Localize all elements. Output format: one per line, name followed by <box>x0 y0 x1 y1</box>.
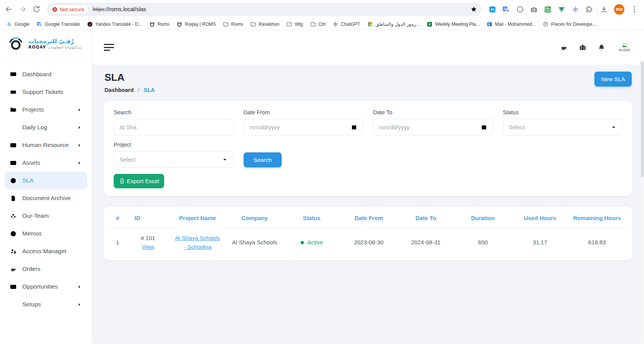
bookmark-roqay-roms[interactable]: Roqay | ROMS <box>176 21 216 27</box>
extension-purple-snowflake-icon[interactable] <box>571 5 579 13</box>
bookmark-roms[interactable]: Roms <box>149 21 169 27</box>
sidebar-item-daily-log[interactable]: Daily Log <box>5 119 87 136</box>
coffee-icon[interactable] <box>560 43 568 52</box>
chevron-right-icon[interactable] <box>76 125 82 130</box>
sidebar-item-sla[interactable]: SLA <box>5 172 87 189</box>
chevron-right-icon[interactable] <box>76 302 82 307</box>
sidebar-item-memos[interactable]: Memos <box>5 225 87 242</box>
app-logo[interactable]: رْقِـيٌ للبرمجيات ROQAY وتـكنولوجيا المع… <box>0 30 92 58</box>
back-icon[interactable] <box>5 5 13 13</box>
bookmark-label: Mail - Mohammed... <box>495 22 536 27</box>
breadcrumb-dashboard[interactable]: Dashboard <box>105 87 134 93</box>
bookmark-label: Pieces for Develope... <box>551 22 596 27</box>
extension-fi-badge-icon[interactable]: FI <box>488 5 496 13</box>
browser-profile-avatar[interactable]: mo <box>614 4 624 15</box>
date-to-input[interactable]: mm/dd/yyyy <box>373 119 493 135</box>
main-area: avatar SLA Dashboard / SLA New SLA <box>92 30 644 344</box>
notifications-bell-icon[interactable] <box>598 43 606 52</box>
logo-arabic-subtitle: وتـكنولوجيا المعلومات <box>48 45 81 50</box>
chevron-down-icon <box>222 157 228 163</box>
bookmark-roms[interactable]: Roms <box>223 21 243 27</box>
column-header-date-to: Date To <box>397 207 455 228</box>
bookmark-google[interactable]: GGoogle <box>6 21 30 27</box>
briefcase-icon[interactable] <box>579 43 587 52</box>
calendar-icon[interactable] <box>481 124 487 130</box>
column-header-company: Company <box>226 207 284 228</box>
search-input[interactable] <box>114 119 234 135</box>
reload-icon[interactable] <box>32 5 41 13</box>
page-title: SLA <box>105 72 155 83</box>
user-avatar[interactable]: avatar <box>616 39 632 55</box>
url-text[interactable]: https://roms.local/slas <box>93 6 467 12</box>
not-secure-label: Not secure <box>60 7 84 12</box>
calendar-icon[interactable] <box>351 124 357 130</box>
bookmark-star-icon[interactable] <box>470 5 478 13</box>
sidebar-item-assets[interactable]: Assets <box>5 154 87 172</box>
extensions-puzzle-icon[interactable] <box>585 5 593 13</box>
browser-window: Not secure https://roms.local/slas FIGAS… <box>0 0 644 344</box>
search-button[interactable]: Search <box>244 152 282 167</box>
sidebar-item-opportunities[interactable]: Opportunities <box>5 278 87 296</box>
page-scrollbar[interactable] <box>640 60 644 344</box>
new-sla-button[interactable]: New SLA <box>594 72 632 87</box>
project-link[interactable]: Al Shaya Schools- Schoolna <box>172 234 223 251</box>
group-icon <box>10 142 17 149</box>
export-excel-button[interactable]: Export Excel <box>114 174 164 188</box>
chevron-right-icon[interactable] <box>76 107 82 113</box>
chevron-right-icon[interactable] <box>76 284 82 290</box>
hamburger-menu-icon[interactable] <box>104 42 114 53</box>
not-secure-icon <box>52 7 58 12</box>
chevron-right-icon[interactable] <box>76 160 82 166</box>
sidebar-item-orders[interactable]: Orders <box>5 260 87 278</box>
column-header-duration: Duration <box>455 207 512 228</box>
chevron-right-icon[interactable] <box>76 142 82 148</box>
extension-green-browser-icon[interactable]: S <box>544 5 552 13</box>
bookmarks-bar: GGoogleGAGoogle TranslateAYandex Transla… <box>0 18 644 30</box>
toolbar-separator <box>596 5 597 13</box>
scrollbar-thumb[interactable] <box>641 62 644 177</box>
downloads-icon[interactable] <box>600 5 608 13</box>
folder-favicon-icon <box>250 21 256 27</box>
bookmark-pieces-for-develope[interactable]: Pieces for Develope... <box>543 21 596 27</box>
extension-dotted-circle-icon[interactable] <box>516 5 524 13</box>
extension-google-translate-icon[interactable]: GA <box>502 5 510 13</box>
project-select[interactable]: Select <box>114 151 234 168</box>
sidebar-item-access-manager[interactable]: Access Manager <box>5 242 87 260</box>
not-secure-badge[interactable]: Not secure <box>49 4 89 15</box>
roqay-favicon-icon <box>176 21 183 27</box>
bookmark-mail-mohammed[interactable]: Mail - Mohammed... <box>486 21 536 27</box>
bookmark-label: ChatGPT <box>341 22 360 27</box>
bookmark-chatgpt[interactable]: ChatGPT <box>332 21 360 27</box>
status-select[interactable]: Select <box>503 119 623 135</box>
address-bar[interactable]: Not secure https://roms.local/slas <box>47 3 481 16</box>
sidebar-item-setups[interactable]: Setups <box>5 296 87 313</box>
view-link[interactable]: View <box>142 244 154 250</box>
bookmark-weekly-meeting-pla[interactable]: XWeekly Meeting Pla... <box>427 21 480 27</box>
sidebar-item-our-team[interactable]: Our-Team <box>5 207 87 225</box>
sidebar-item-human-resource[interactable]: Human Resource <box>5 136 87 154</box>
sidebar-item-dashboard[interactable]: Dashboard <box>5 65 87 83</box>
forward-icon[interactable] <box>18 5 27 13</box>
extension-camera-icon[interactable] <box>530 5 538 13</box>
sidebar-item-projects[interactable]: Projects <box>5 101 87 119</box>
bookmark-wtg[interactable]: Wtg <box>286 21 303 27</box>
bookmark-label: رموز الدول والمناطق... <box>375 22 420 27</box>
bookmark-yandex-translate-d[interactable]: AYandex Translate - D... <box>87 21 142 27</box>
sidebar-item-document-archive[interactable]: Document Archive <box>5 189 87 207</box>
sidebar-item-support-tickets[interactable]: Support Tickets <box>5 83 87 101</box>
folder-favicon-icon <box>310 21 316 27</box>
sidebar-item-label: Our-Team <box>22 212 49 219</box>
filter-card: Search Date From mm/dd/yyyy Date To <box>104 101 632 196</box>
date-from-input[interactable]: mm/dd/yyyy <box>244 119 363 135</box>
bookmark-ctrl[interactable]: Ctrl <box>310 21 326 27</box>
bookmark-google-translate[interactable]: GAGoogle Translate <box>37 21 80 27</box>
bookmark-rasekhon[interactable]: Rasekhon <box>250 21 279 27</box>
extension-vue-devtools-icon[interactable] <box>558 5 566 13</box>
status-badge: Active <box>300 238 323 247</box>
outlook-favicon-icon <box>486 21 493 27</box>
bookmark-item[interactable]: رموز الدول والمناطق... <box>367 21 420 27</box>
browser-menu-icon[interactable] <box>630 5 639 13</box>
column-header-project-name: Project Name <box>169 207 226 228</box>
search-label: Search <box>114 109 234 115</box>
team-icon <box>10 212 17 220</box>
